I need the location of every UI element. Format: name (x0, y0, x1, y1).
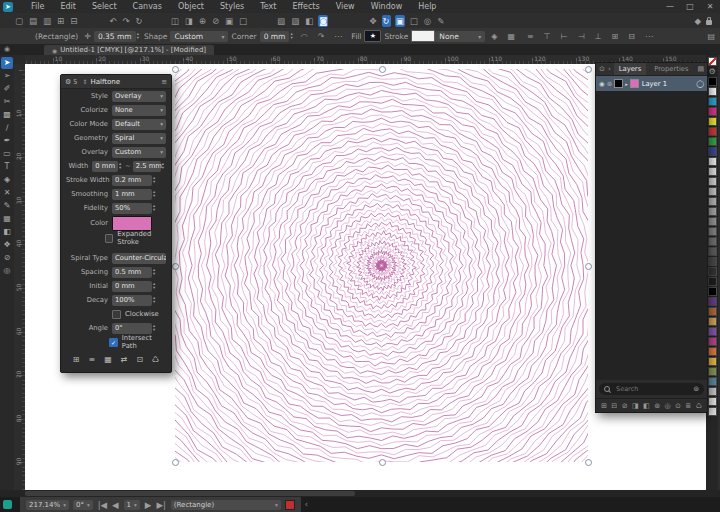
save-document-icon[interactable]: ▥ (42, 15, 52, 27)
tool-marquee-icon[interactable]: ▩ (1, 109, 13, 121)
layer-row[interactable]: ◉ ⊚ ▸ Layer 1 ◯ (596, 76, 707, 91)
color-mode-select[interactable]: Default▾ (112, 119, 166, 130)
fidelity-field[interactable]: 50% (112, 203, 152, 214)
smoothing-field[interactable]: 1 mm (112, 189, 152, 200)
stepper-arrows[interactable]: ▴▾ (153, 190, 155, 198)
color-swatch[interactable] (708, 397, 717, 406)
anchor-point-icon[interactable]: ✛ (84, 32, 91, 41)
grid-view-icon[interactable]: ▦ (103, 354, 113, 366)
align-more-icon[interactable]: ⋯ (645, 32, 653, 41)
color-swatch[interactable] (708, 327, 717, 336)
last-page-icon[interactable]: ▶| (155, 499, 166, 511)
stroke-style-select[interactable]: None ▾ (435, 31, 485, 42)
angle-field[interactable]: 0° (112, 323, 152, 334)
status-color-swatch[interactable] (285, 500, 295, 510)
outline-icon[interactable]: ▣ (224, 15, 234, 27)
prev-page-icon[interactable]: ◀ (111, 499, 120, 511)
selection-handle[interactable] (585, 459, 592, 466)
color-swatch[interactable] (708, 117, 717, 126)
menu-effects[interactable]: Effects (284, 0, 327, 13)
color-picker-icon[interactable]: ⚙ (708, 67, 717, 76)
annotate-icon[interactable]: ✎ (436, 15, 445, 27)
effect-color-swatch[interactable] (112, 216, 152, 231)
delete-layer-icon[interactable]: ♺ (695, 400, 703, 412)
overlay-select[interactable]: Custom▾ (112, 147, 166, 158)
color-swatch[interactable] (708, 347, 717, 356)
components-icon[interactable]: ◨ (184, 15, 194, 27)
spiral-type-select[interactable]: Counter-Circular▾ (112, 253, 166, 264)
stroke-swatch[interactable] (411, 30, 435, 42)
distribute-h-icon[interactable]: ⊞ (612, 32, 619, 41)
stroke-width-field[interactable]: 0.2 mm (112, 175, 152, 186)
panel-list-icon[interactable]: ▤ (697, 65, 704, 73)
color-swatch[interactable] (708, 267, 717, 276)
color-swatch[interactable] (708, 107, 717, 116)
home-icon[interactable]: ◉ (4, 45, 10, 53)
align-right-icon[interactable]: ⊢ (561, 32, 568, 41)
menu-window[interactable]: Window (363, 0, 411, 13)
next-page-icon[interactable]: ▶ (144, 499, 153, 511)
color-swatch[interactable] (708, 317, 717, 326)
corner-round-icon[interactable]: ◠ (301, 32, 308, 41)
corner-size-field[interactable]: 0 mm (260, 31, 290, 42)
lock-icon[interactable] (706, 20, 712, 25)
layer-link-icon[interactable]: ⊚ (607, 80, 612, 88)
color-swatch[interactable] (708, 277, 717, 286)
color-swatch[interactable] (708, 287, 717, 296)
undo-icon[interactable]: ↶ (108, 15, 117, 27)
first-page-icon[interactable]: |◀ (97, 499, 108, 511)
texture-icon[interactable]: ▧ (276, 15, 286, 27)
search-input[interactable] (614, 384, 693, 394)
menu-select[interactable]: Select (84, 0, 125, 13)
history-icon[interactable]: ↻ (135, 15, 144, 27)
panel-menu-icon[interactable]: ≡ (161, 78, 167, 86)
clockwise-checkbox[interactable] (112, 310, 121, 319)
menu-view[interactable]: View (328, 0, 363, 13)
visibility-eye-icon[interactable]: ◉ (599, 80, 605, 88)
gradient-icon[interactable]: ◧ (304, 15, 314, 27)
tool-fill-icon[interactable]: ◈ (1, 174, 13, 186)
colorize-select[interactable]: None▾ (112, 105, 166, 116)
tab-layers[interactable]: Layers (614, 63, 647, 75)
close-button[interactable]: ✕ (700, 0, 720, 13)
new-group-icon[interactable]: ⊟ (610, 400, 618, 412)
color-swatch[interactable] (708, 207, 717, 216)
selection-handle[interactable] (379, 66, 386, 73)
initial-field[interactable]: 0 mm (112, 281, 152, 292)
collapse-layers-icon[interactable]: ≣ (684, 400, 692, 412)
color-swatch[interactable] (708, 257, 717, 266)
effects-layer-icon[interactable]: ⊛ (653, 400, 661, 412)
stroke-width-field[interactable]: 0.35 mm (94, 31, 136, 42)
layer-name[interactable]: Layer 1 (642, 80, 667, 88)
minimize-button[interactable]: — (660, 0, 680, 13)
no-color-swatch[interactable] (708, 57, 717, 66)
rotate-view-icon[interactable]: ↻ (382, 15, 391, 27)
tool-lasso-icon[interactable]: ✐ (1, 83, 13, 95)
tool-stamp-icon[interactable]: ▦ (1, 213, 13, 225)
tool-select-icon[interactable]: ➤ (1, 57, 13, 69)
expand-effect-icon[interactable]: ⊡ (135, 354, 144, 366)
search-options-icon[interactable]: ⊛ (693, 385, 699, 393)
mesh-icon[interactable]: ◙ (318, 15, 328, 27)
pattern-icon[interactable]: ▨ (290, 15, 300, 27)
selection-handle[interactable] (172, 66, 179, 73)
intersect-path-checkbox[interactable]: ✓ (109, 338, 118, 347)
color-swatch[interactable] (708, 387, 717, 396)
shuffle-effects-icon[interactable]: ⇄ (120, 354, 129, 366)
import-icon[interactable]: ⊞ (56, 15, 65, 27)
layer-color-swatch[interactable] (630, 79, 639, 88)
list-view-icon[interactable]: ≡ (87, 354, 96, 366)
color-swatch[interactable] (708, 157, 717, 166)
stroke-options-icon[interactable]: ▦ (507, 32, 515, 41)
menu-object[interactable]: Object (170, 0, 212, 13)
frame-icon[interactable]: □ (238, 15, 248, 27)
stroke-presets-icon[interactable]: ◈ (491, 32, 497, 41)
stepper-arrows[interactable]: ▴▾ (153, 268, 155, 276)
tab-properties[interactable]: Properties (649, 63, 693, 75)
stepper-arrows[interactable]: ▴▾ (153, 296, 155, 304)
align-left-icon[interactable]: ≡ (527, 32, 534, 41)
color-swatch[interactable] (708, 357, 717, 366)
status-collapse-icon[interactable]: ‹ (305, 500, 308, 509)
color-swatch[interactable] (708, 407, 717, 416)
perspective-icon[interactable]: ◆ (693, 15, 702, 27)
